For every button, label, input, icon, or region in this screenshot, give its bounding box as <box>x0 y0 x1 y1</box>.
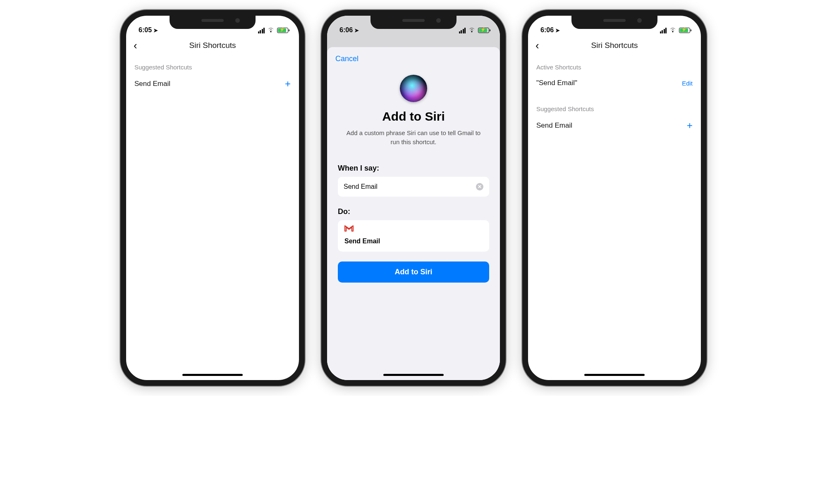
wifi-icon <box>267 27 275 34</box>
shortcut-label: Send Email <box>536 121 572 130</box>
location-icon: ➤ <box>153 27 158 33</box>
action-label: Send Email <box>344 238 483 245</box>
nav-bar: ‹ Siri Shortcuts <box>528 35 701 56</box>
battery-icon <box>679 28 690 33</box>
section-header-suggested: Suggested Shortcuts <box>528 93 701 116</box>
device-notch <box>170 15 256 29</box>
active-shortcut-row[interactable]: "Send Email" Edit <box>528 75 701 93</box>
siri-icon <box>400 75 427 102</box>
cancel-button[interactable]: Cancel <box>327 47 500 65</box>
status-time: 6:05 <box>139 26 152 34</box>
location-icon: ➤ <box>354 27 359 33</box>
sheet-title: Add to Siri <box>327 109 500 124</box>
section-header-suggested: Suggested Shortcuts <box>126 56 299 75</box>
battery-icon <box>277 28 288 33</box>
phone-mockup: 6:05 ➤ ‹ Siri Shortcuts Suggested Shortc… <box>120 10 305 386</box>
home-indicator[interactable] <box>584 374 645 376</box>
sheet-subtitle: Add a custom phrase Siri can use to tell… <box>327 128 500 147</box>
edit-shortcut-button[interactable]: Edit <box>682 80 693 87</box>
cellular-icon <box>660 28 667 33</box>
phone-mockup: 6:06 ➤ ‹ Siri Shortcuts Active Shortcuts… <box>522 10 707 386</box>
add-to-siri-button[interactable]: Add to Siri <box>338 262 489 283</box>
device-notch <box>370 15 457 29</box>
phrase-value: Send Email <box>344 183 378 190</box>
nav-bar: ‹ Siri Shortcuts <box>126 35 299 56</box>
add-shortcut-button[interactable]: + <box>285 79 291 89</box>
add-shortcut-button[interactable]: + <box>687 121 693 131</box>
status-time: 6:06 <box>339 26 353 34</box>
shortcut-label: Send Email <box>134 80 170 88</box>
when-i-say-label: When I say: <box>338 164 489 173</box>
cellular-icon <box>459 28 466 33</box>
back-button[interactable]: ‹ <box>535 40 539 51</box>
location-icon: ➤ <box>555 27 560 33</box>
shortcut-row[interactable]: Send Email + <box>126 75 299 95</box>
do-label: Do: <box>338 207 489 216</box>
gmail-icon <box>344 225 354 232</box>
add-to-siri-sheet: Cancel Add to Siri Add a custom phrase S… <box>327 47 500 380</box>
home-indicator[interactable] <box>383 374 444 376</box>
wifi-icon <box>468 27 476 34</box>
battery-icon <box>478 28 489 33</box>
active-shortcut-label: "Send Email" <box>536 79 577 87</box>
phone-mockup: 6:06 ➤ Cancel Add to Siri Add a custom p… <box>321 10 506 386</box>
page-title: Siri Shortcuts <box>591 41 638 50</box>
back-button[interactable]: ‹ <box>134 40 137 51</box>
cellular-icon <box>258 28 265 33</box>
shortcut-row[interactable]: Send Email + <box>528 116 701 136</box>
section-header-active: Active Shortcuts <box>528 56 701 75</box>
status-time: 6:06 <box>540 26 554 34</box>
action-card: Send Email <box>338 220 489 252</box>
page-title: Siri Shortcuts <box>189 41 236 50</box>
wifi-icon <box>669 27 676 34</box>
phrase-input[interactable]: Send Email ✕ <box>338 177 489 197</box>
home-indicator[interactable] <box>182 374 243 376</box>
clear-text-icon[interactable]: ✕ <box>476 183 483 190</box>
device-notch <box>571 15 657 29</box>
